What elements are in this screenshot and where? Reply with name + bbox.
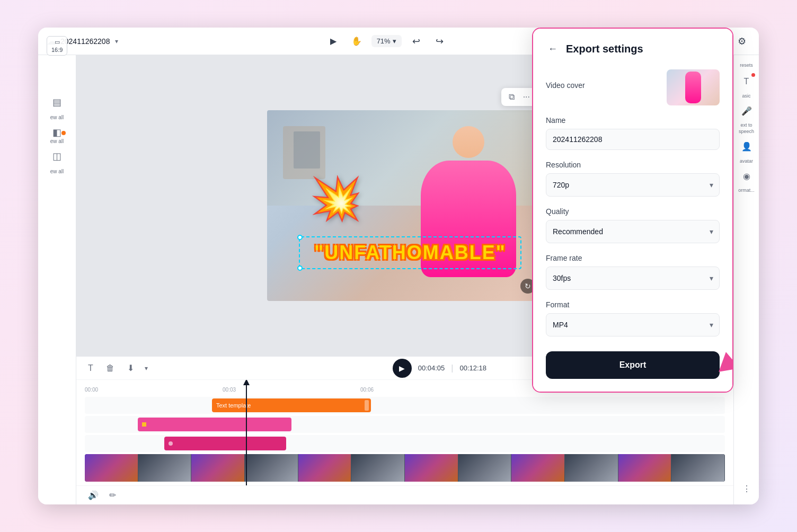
- clip-text-template[interactable]: Text template: [212, 398, 371, 412]
- panel-header: ← Export settings: [546, 55, 720, 57]
- filmstrip-frame-11: [618, 454, 672, 482]
- main-area: ▭ 16:9 ▤ ew all ◧ ew all ◫ ew all: [38, 55, 759, 504]
- right-sidebar-avatar-btn[interactable]: 👤: [737, 137, 756, 156]
- download-button[interactable]: ⬇: [124, 361, 137, 375]
- format-section: Format MP4 MOV AVI GIF ▾: [546, 300, 720, 336]
- timeline-bottom-tools: 🔊 ✏: [76, 485, 733, 504]
- time-marker-1: 00:03: [223, 387, 236, 393]
- edit-button[interactable]: ✏: [106, 488, 119, 502]
- hand-tool-button[interactable]: ✋: [348, 33, 365, 50]
- sidebar-icon-3: ◫: [52, 150, 61, 162]
- zoom-level: 71%: [377, 37, 391, 45]
- current-time: 00:04:05: [418, 364, 445, 372]
- zoom-control[interactable]: 71% ▾: [371, 35, 402, 47]
- name-input[interactable]: [546, 129, 720, 150]
- cursor-arrow: [719, 352, 733, 378]
- name-label: Name: [546, 116, 720, 125]
- video-cover-thumbnail[interactable]: [667, 69, 720, 105]
- notification-dot: [751, 73, 755, 77]
- clip-handle-right[interactable]: [365, 400, 369, 411]
- text-overlay[interactable]: "UNFATHOMABLE": [299, 236, 521, 269]
- filmstrip-frame-12: [671, 454, 725, 482]
- timeline-tracks: 00:00 00:03 00:06 Text template: [76, 380, 733, 485]
- view-all-btn-2[interactable]: ew all: [48, 137, 66, 145]
- playhead[interactable]: [246, 380, 247, 485]
- clip-marker: [142, 422, 146, 427]
- format-label: Format: [546, 300, 720, 309]
- more-icon: ⋮: [742, 484, 751, 494]
- right-sidebar-text-label: asic: [742, 93, 750, 100]
- avatar-icon: 👤: [741, 141, 752, 152]
- more-options-button[interactable]: ···: [521, 91, 532, 103]
- filmstrip-frame-10: [565, 454, 618, 482]
- settings-button[interactable]: ⚙: [733, 33, 750, 50]
- copy-button[interactable]: ⧉: [507, 91, 517, 103]
- undo-button[interactable]: ↩: [408, 33, 425, 50]
- view-all-btn-1[interactable]: ew all: [48, 113, 66, 121]
- right-sidebar-speech-btn[interactable]: 🎤: [737, 101, 756, 120]
- format-icon: ◉: [743, 171, 750, 181]
- format-select-wrapper: MP4 MOV AVI GIF ▾: [546, 313, 720, 336]
- right-sidebar: resets T asic 🎤 ext to speech 👤 avatar ◉…: [733, 55, 759, 504]
- clip-pink-1[interactable]: [138, 418, 291, 431]
- aspect-ratio-badge: ▭ 16:9: [47, 55, 67, 56]
- track-row-2: [85, 416, 725, 433]
- time-marker-2: 00:06: [360, 387, 374, 393]
- quality-select[interactable]: Low Medium Recommended High Lossless: [546, 220, 720, 243]
- quality-label: Quality: [546, 207, 720, 216]
- sidebar-icon-1: ▤: [52, 96, 61, 108]
- resolution-section: Resolution 360p 480p 720p 1080p 4K ▾: [546, 161, 720, 197]
- filmstrip-frame-3: [191, 454, 245, 482]
- play-mode-button[interactable]: ▶: [325, 33, 342, 50]
- right-sidebar-avatar-label: avatar: [740, 158, 753, 165]
- total-time: 00:12:18: [459, 364, 486, 372]
- zoom-chevron: ▾: [393, 37, 396, 45]
- video-cover-label: Video cover: [546, 81, 585, 90]
- filmstrip-frame-6: [351, 454, 405, 482]
- project-dropdown-icon[interactable]: ▾: [115, 38, 118, 45]
- right-sidebar-text-btn[interactable]: T: [737, 72, 756, 91]
- resize-handle-bl[interactable]: [297, 265, 303, 271]
- export-action-button[interactable]: Export: [546, 351, 720, 379]
- volume-button[interactable]: 🔊: [85, 488, 102, 502]
- export-settings-panel: ← Export settings Video cover: [532, 55, 733, 393]
- view-all-btn-3[interactable]: ew all: [48, 167, 66, 175]
- sidebar-item-3[interactable]: ◫: [42, 147, 72, 165]
- filmstrip: [85, 454, 725, 482]
- delete-button[interactable]: 🗑: [103, 361, 118, 375]
- resize-handle-tl[interactable]: [297, 235, 303, 240]
- text-add-button[interactable]: T: [85, 361, 96, 375]
- right-sidebar-presets-label: resets: [739, 61, 754, 70]
- starburst-graphic: 💥: [309, 174, 362, 224]
- thumbnail-preview: [667, 69, 720, 105]
- right-sidebar-format-btn[interactable]: ◉: [737, 166, 756, 185]
- redo-button[interactable]: ↪: [431, 33, 448, 50]
- frame-rate-label: Frame rate: [546, 254, 720, 262]
- play-button[interactable]: ▶: [393, 359, 412, 378]
- quality-select-wrapper: Low Medium Recommended High Lossless ▾: [546, 220, 720, 243]
- sidebar-icon-2: ◧: [52, 127, 61, 138]
- resolution-select-wrapper: 360p 480p 720p 1080p 4K ▾: [546, 173, 720, 197]
- download-chevron[interactable]: ▾: [145, 365, 148, 372]
- right-sidebar-more-btn[interactable]: ⋮: [737, 479, 756, 498]
- sidebar-item-1[interactable]: ▤: [42, 93, 72, 111]
- track-row-1: Text template: [85, 397, 725, 414]
- frame-rate-select[interactable]: 24fps 25fps 30fps 50fps 60fps: [546, 267, 720, 290]
- speech-icon: 🎤: [741, 106, 752, 116]
- back-button[interactable]: ←: [546, 55, 560, 57]
- clip-pink-2[interactable]: [164, 437, 286, 450]
- project-name: 202411262208: [60, 37, 110, 46]
- left-sidebar: ▭ 16:9 ▤ ew all ◧ ew all ◫ ew all: [38, 55, 76, 504]
- video-background: [267, 110, 543, 301]
- right-sidebar-format-label: ormat...: [738, 188, 755, 194]
- frame-rate-select-wrapper: 24fps 25fps 30fps 50fps 60fps ▾: [546, 267, 720, 290]
- filmstrip-frame-1: [85, 454, 138, 482]
- name-section: Name: [546, 116, 720, 150]
- filmstrip-frame-5: [298, 454, 352, 482]
- frame-rate-section: Frame rate 24fps 25fps 30fps 50fps 60fps…: [546, 254, 720, 290]
- filmstrip-frame-4: [245, 454, 298, 482]
- right-sidebar-speech-label: ext to speech: [734, 122, 759, 135]
- format-select[interactable]: MP4 MOV AVI GIF: [546, 313, 720, 336]
- text-icon: T: [744, 77, 749, 86]
- resolution-select[interactable]: 360p 480p 720p 1080p 4K: [546, 173, 720, 197]
